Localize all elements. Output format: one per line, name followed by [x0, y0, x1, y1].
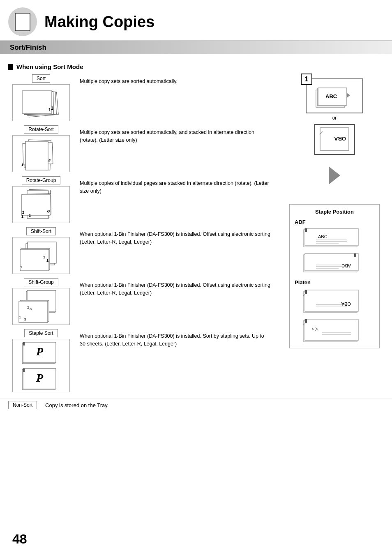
- svg-text:1: 1: [21, 214, 23, 219]
- svg-text:↺: ↺: [48, 159, 51, 163]
- header-icon: [8, 7, 37, 36]
- copy-icon: [15, 13, 30, 31]
- svg-text:1: 1: [43, 255, 45, 259]
- svg-text:1: 1: [46, 258, 48, 263]
- mode-desc-sort: Multiple copy sets are sorted automatica…: [74, 74, 277, 89]
- printer-diagram-top: 1 ABC or OBA: [306, 78, 363, 155]
- svg-text:↙: ↙: [319, 130, 323, 136]
- or-text: or: [332, 115, 337, 121]
- svg-text:1: 1: [21, 163, 23, 167]
- nonsort-desc: Copy is stored on the Tray.: [45, 402, 108, 408]
- page-header: Making Copies: [0, 0, 392, 41]
- svg-rect-60: [354, 253, 356, 257]
- svg-rect-23: [20, 249, 49, 271]
- mode-label-shift-group: Shift-Group: [24, 278, 58, 286]
- page-number: 48: [12, 532, 27, 547]
- mode-row-rotate-sort: Rotate-Sort ↺ 1: [8, 125, 277, 172]
- section-heading-text: When using Sort Mode: [16, 63, 83, 70]
- svg-text:↙: ↙: [302, 292, 306, 297]
- nonsort-row: Non-Sort Copy is stored on the Tray.: [0, 398, 392, 412]
- page-title: Making Copies: [44, 13, 154, 31]
- section-heading: When using Sort Mode: [0, 61, 392, 74]
- svg-text:OBA: OBA: [334, 136, 346, 142]
- mode-label-rotate-group: Rotate-Group: [22, 176, 61, 184]
- platen-label: Platen: [295, 279, 374, 286]
- main-content: Sort: [0, 74, 392, 396]
- svg-text:3: 3: [30, 307, 32, 311]
- svg-text:2: 2: [22, 210, 24, 214]
- mode-box-shift-sort: Shift-Sort 1 1 1: [8, 227, 74, 274]
- staple-position-box: Staple Position ADF ABC: [289, 204, 380, 348]
- svg-rect-41: [23, 368, 25, 372]
- mode-box-sort: Sort: [8, 74, 74, 121]
- mode-label-sort: Sort: [32, 74, 50, 83]
- mode-label-rotate-sort: Rotate-Sort: [24, 125, 58, 134]
- mode-desc-staple-sort: When optional 1-Bin Finisher (DA-FS300) …: [74, 329, 277, 351]
- adf-label: ADF: [295, 219, 374, 225]
- subtitle-bar: Sort/Finish: [0, 41, 392, 54]
- svg-text:P: P: [36, 371, 44, 384]
- svg-text:2: 2: [24, 317, 26, 321]
- mode-row-staple-sort: Staple Sort P: [8, 329, 277, 392]
- svg-rect-66: [305, 290, 358, 311]
- arrow-right: [329, 162, 340, 189]
- mode-row-shift-sort: Shift-Sort 1 1 1: [8, 227, 277, 274]
- mode-diagram-shift-sort: 1 1 1: [12, 237, 70, 274]
- svg-text:ABC: ABC: [318, 234, 327, 239]
- svg-rect-37: [23, 342, 25, 345]
- svg-text:P: P: [36, 345, 44, 358]
- mode-label-shift-sort: Shift-Sort: [26, 227, 56, 235]
- subtitle-text: Sort/Finish: [10, 44, 46, 51]
- svg-text:ABC: ABC: [341, 263, 351, 268]
- svg-rect-53: [305, 228, 307, 232]
- mode-box-rotate-group: Rotate-Group ↺ 2 1 3: [8, 176, 74, 223]
- staple-position-title: Staple Position: [295, 209, 374, 215]
- svg-rect-3: [22, 91, 52, 113]
- mode-row-shift-group: Shift-Group 1 2 1 3: [8, 278, 277, 325]
- mode-label-staple-sort: Staple Sort: [24, 329, 58, 337]
- mode-desc-rotate-group: Multiple copies of individual pages are …: [74, 176, 277, 198]
- nonsort-label: Non-Sort: [8, 401, 37, 409]
- svg-text:ABC: ABC: [325, 93, 337, 99]
- mode-box-rotate-sort: Rotate-Sort ↺ 1: [8, 125, 74, 172]
- mode-row-sort: Sort: [8, 74, 277, 121]
- svg-marker-47: [347, 93, 350, 98]
- number-badge-1: 1: [301, 74, 312, 85]
- svg-text:↙: ↙: [302, 321, 306, 326]
- right-column: 1 ABC or OBA: [285, 74, 384, 396]
- svg-text:1: 1: [24, 165, 26, 169]
- mode-diagram-rotate-group: ↺ 2 1 3: [12, 186, 70, 223]
- svg-text:3: 3: [29, 214, 31, 218]
- svg-text:1: 1: [20, 265, 22, 269]
- svg-text:1: 1: [19, 315, 21, 319]
- mode-box-shift-group: Shift-Group 1 2 1 3: [8, 278, 74, 325]
- mode-diagram-sort: 1 1: [12, 84, 70, 121]
- svg-rect-15: [21, 195, 50, 215]
- mode-diagram-shift-group: 1 2 1 3: [12, 288, 70, 325]
- svg-text:↺: ↺: [47, 210, 50, 214]
- mode-row-rotate-group: Rotate-Group ↺ 2 1 3: [8, 176, 277, 223]
- svg-rect-8: [25, 141, 48, 170]
- mode-list: Sort: [8, 74, 277, 396]
- mode-desc-rotate-sort: Multiple copy sets are sorted automatica…: [74, 125, 277, 147]
- mode-desc-shift-group: When optional 1-Bin Finisher (DA-FS300) …: [74, 278, 277, 300]
- svg-rect-30: [19, 301, 48, 322]
- svg-text:1: 1: [51, 106, 53, 111]
- svg-text:OBA: OBA: [341, 302, 351, 306]
- mode-diagram-staple-sort: P P: [12, 339, 70, 392]
- mode-desc-shift-sort: When optional 1-Bin Finisher (DA-FS300) …: [74, 227, 277, 249]
- mode-box-staple-sort: Staple Sort P: [8, 329, 74, 392]
- mode-diagram-rotate-sort: ↺ 1 1: [12, 135, 70, 172]
- svg-text:○▷: ○▷: [312, 326, 318, 331]
- svg-text:1: 1: [27, 305, 29, 309]
